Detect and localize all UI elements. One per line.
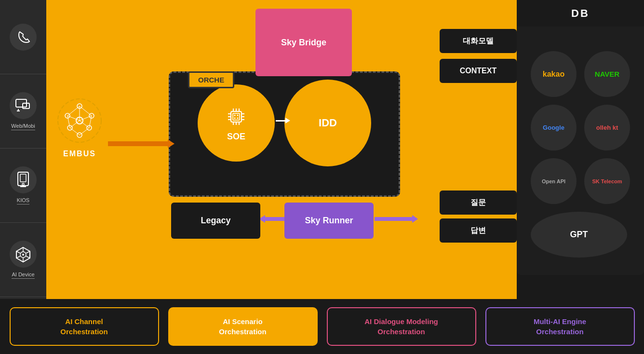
idd-circle: IDD (284, 80, 371, 166)
svg-line-43 (67, 106, 80, 116)
sky-runner-label: Sky Runner (305, 216, 353, 226)
svg-line-15 (26, 251, 30, 253)
svg-point-32 (237, 114, 239, 116)
embus-to-orch-connector (108, 141, 170, 146)
embus-area: EMBUS (55, 96, 104, 158)
runner-right-connector (375, 217, 413, 221)
svg-line-52 (70, 128, 80, 135)
brand-kt: olleh kt (584, 105, 630, 150)
phone-icon (10, 24, 37, 51)
svg-line-14 (26, 256, 30, 258)
ai-device-icon (10, 241, 37, 268)
skt-label: SK Telecom (592, 178, 622, 184)
runner-right-arrow (412, 215, 418, 223)
soe-circle: SOE (198, 84, 275, 162)
question-box: 질문 (440, 191, 517, 215)
svg-line-13 (16, 251, 20, 253)
brand-openapi: Open API (531, 158, 577, 204)
embus-brain-icon (55, 96, 104, 145)
orche-label: ORCHE (188, 71, 234, 88)
sidebar-item-aidevice[interactable]: AI Device (0, 223, 46, 297)
kiosk-label: KIOS (17, 197, 29, 204)
context-label: CONTEXT (460, 67, 496, 75)
kakao-label: kakao (543, 70, 564, 79)
idd-label: IDD (319, 117, 337, 129)
answer-box: 답변 (440, 218, 517, 243)
svg-line-50 (70, 121, 80, 128)
chip-icon (224, 105, 248, 129)
monitor-icon (10, 92, 37, 119)
svg-point-34 (237, 117, 239, 119)
brand-skt: SK Telecom (584, 158, 630, 204)
db-label: DB (571, 7, 590, 20)
embus-label: EMBUS (63, 150, 96, 158)
svg-line-45 (80, 106, 92, 116)
tag-ai-dialogue: AI Dialogue ModelingOrchestration (327, 307, 476, 346)
context-box: CONTEXT (440, 59, 517, 83)
brand-gpt: GPT (531, 212, 627, 258)
dialogue-model-label: 대화모델 (463, 36, 494, 46)
naver-label: NAVER (595, 70, 619, 78)
kt-label: olleh kt (596, 124, 618, 131)
ai-device-label: AI Device (12, 272, 34, 279)
tag-ai-scenario: AI ScenarioOrchestration (168, 307, 318, 346)
svg-point-33 (234, 117, 236, 119)
ai-dialogue-label: AI Dialogue ModelingOrchestration (364, 316, 438, 337)
dialogue-model-box: 대화모델 (440, 29, 517, 53)
brand-kakao: kakao (531, 51, 577, 97)
soe-label: SOE (227, 132, 245, 142)
legacy-box: Legacy (171, 203, 260, 239)
openapi-label: Open API (542, 178, 565, 184)
ai-channel-label: AI ChannelOrchestration (60, 316, 107, 337)
dialogue-boxes: 대화모델 CONTEXT (440, 29, 517, 83)
sidebar-item-kiosk[interactable]: KIOS (0, 149, 46, 223)
brand-naver: NAVER (584, 51, 630, 97)
svg-point-10 (22, 254, 24, 256)
sky-bridge-box: Sky Bridge (255, 9, 352, 76)
sidebar: Web/Mobi KIOS A (0, 0, 46, 299)
orche-text: ORCHE (198, 76, 224, 84)
svg-rect-5 (20, 174, 26, 182)
sky-bridge-label: Sky Bridge (281, 38, 326, 48)
answer-label: 답변 (470, 226, 486, 236)
sidebar-item-web[interactable]: Web/Mobi (0, 74, 46, 149)
legacy-label: Legacy (201, 216, 230, 226)
svg-point-7 (22, 183, 24, 185)
sky-runner-box: Sky Runner (284, 203, 374, 239)
web-label: Web/Mobi (11, 123, 35, 130)
svg-line-16 (16, 256, 20, 258)
tag-ai-channel: AI ChannelOrchestration (10, 307, 159, 346)
question-label: 질문 (470, 198, 486, 208)
gpt-label: GPT (570, 230, 588, 240)
db-panel: DB (517, 0, 644, 27)
svg-rect-18 (233, 113, 240, 120)
svg-point-31 (234, 114, 236, 116)
google-label: Google (543, 124, 564, 131)
sidebar-item-phone[interactable] (0, 0, 46, 74)
svg-line-51 (80, 121, 89, 128)
qa-boxes: 질문 답변 (440, 191, 517, 243)
soe-to-idd-arrow (276, 120, 286, 122)
kiosk-icon (10, 166, 37, 193)
multi-ai-label: Multi-AI EngineOrchestration (534, 316, 586, 337)
brand-google: Google (531, 105, 577, 150)
svg-line-53 (80, 128, 89, 135)
tag-multi-ai: Multi-AI EngineOrchestration (485, 307, 635, 346)
bottom-bar: AI ChannelOrchestration AI ScenarioOrche… (0, 299, 644, 354)
right-panel: kakao NAVER Google olleh kt Open API SK … (517, 0, 644, 275)
brands-grid: kakao NAVER Google olleh kt Open API SK … (531, 51, 630, 258)
embus-arrow (168, 139, 174, 148)
ai-scenario-label: AI ScenarioOrchestration (219, 316, 266, 337)
